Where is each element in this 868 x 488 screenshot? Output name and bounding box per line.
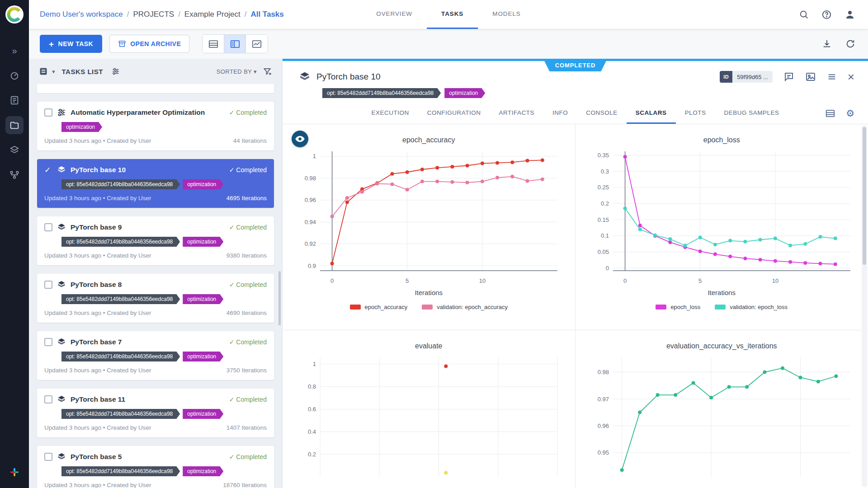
nav-tab-overview[interactable]: OVERVIEW <box>362 0 427 29</box>
clearml-logo[interactable] <box>5 0 24 29</box>
open-archive-button[interactable]: OPEN ARCHIVE <box>109 35 189 53</box>
task-tag[interactable]: opt: 85e5482ddd7149b8ba0446356eedca98 <box>61 179 180 189</box>
menu-icon[interactable] <box>827 72 837 82</box>
reports-icon[interactable] <box>5 91 24 109</box>
metrics-table-icon[interactable] <box>826 109 835 117</box>
task-card[interactable]: Automatic Hyperparameter Optimization✓ C… <box>37 102 274 150</box>
detail-tab-console[interactable]: CONSOLE <box>577 103 627 124</box>
svg-text:0.92: 0.92 <box>305 240 316 247</box>
detail-tab-debug-samples[interactable]: DEBUG SAMPLES <box>715 103 788 124</box>
chart-legend: epoch_accuracyvalidation: epoch_accuracy <box>350 303 508 310</box>
task-checkbox[interactable] <box>44 395 52 404</box>
task-tag[interactable]: optimization <box>183 237 223 247</box>
chart-plot[interactable]: 0.20.40.60.81 <box>288 353 569 488</box>
task-detail-panel: COMPLETED PyTorch base 10 ID 59f99d65 ..… <box>282 59 868 488</box>
chart-plot[interactable]: 0.950.960.970.98 <box>581 353 862 488</box>
nav-tab-tasks[interactable]: TASKS <box>427 0 478 29</box>
task-checkbox-checked[interactable]: ✓ <box>44 166 52 174</box>
task-tag[interactable]: opt: 85e5482ddd7149b8ba0446356eedca98 <box>61 466 180 476</box>
task-card-partial[interactable] <box>37 84 274 93</box>
task-tag[interactable]: optimization <box>183 466 223 476</box>
task-checkbox[interactable] <box>44 338 52 346</box>
detail-tab-execution[interactable]: EXECUTION <box>363 103 418 124</box>
tasks-scrollbar[interactable] <box>278 271 281 325</box>
datasets-icon[interactable] <box>5 141 24 159</box>
svg-text:5: 5 <box>698 277 702 284</box>
new-task-button[interactable]: + NEW TASK <box>40 35 102 53</box>
legend-item[interactable]: validation: epoch_loss <box>715 304 788 310</box>
svg-text:0.05: 0.05 <box>598 249 609 255</box>
svg-text:0.98: 0.98 <box>598 369 609 375</box>
task-checkbox[interactable] <box>44 281 52 289</box>
chart-plot[interactable]: 0.90.920.940.960.9810510 <box>288 147 569 289</box>
breadcrumb-projects[interactable]: PROJECTS <box>133 10 174 19</box>
task-tag[interactable]: opt: 85e5482ddd7149b8ba0446356eedca98 <box>61 237 180 247</box>
detail-tab-plots[interactable]: PLOTS <box>676 103 715 124</box>
task-card[interactable]: PyTorch base 9✓ Completedopt: 85e5482ddd… <box>37 216 274 265</box>
detail-tag[interactable]: opt: 85e5482ddd7149b8ba0446356eedca98 <box>322 88 441 98</box>
task-id-pill[interactable]: ID 59f99d65 ... <box>720 71 773 83</box>
detail-tag[interactable]: optimization <box>444 88 485 98</box>
select-dropdown-caret[interactable]: ▾ <box>52 68 55 75</box>
settings-gear-icon[interactable]: ⚙ <box>846 108 854 118</box>
breadcrumb: Demo User's workspace / PROJECTS / Examp… <box>29 10 284 19</box>
task-card[interactable]: ✓PyTorch base 10✓ Completedopt: 85e5482d… <box>37 159 274 208</box>
filter-icon[interactable] <box>263 67 272 76</box>
download-icon[interactable] <box>822 39 832 49</box>
close-icon[interactable]: × <box>848 71 854 83</box>
task-card[interactable]: PyTorch base 11✓ Completedopt: 85e5482dd… <box>37 389 274 437</box>
task-meta: Updated 3 hours ago • Created by User <box>44 310 151 316</box>
search-icon[interactable] <box>799 9 809 19</box>
task-tag[interactable]: opt: 85e5482ddd7149b8ba0446356eedca98 <box>61 409 180 419</box>
task-tags: opt: 85e5482ddd7149b8ba0446356eedca98opt… <box>61 236 267 247</box>
auto-refresh-icon[interactable] <box>845 39 855 49</box>
nav-tab-models[interactable]: MODELS <box>478 0 535 29</box>
chart-view-button[interactable] <box>246 35 268 53</box>
chart-plot[interactable]: 00.050.10.150.20.250.30.350510 <box>581 147 862 289</box>
task-tag[interactable]: opt: 85e5482ddd7149b8ba0446356eedca98 <box>61 294 180 304</box>
legend-item[interactable]: epoch_loss <box>656 304 700 310</box>
task-tag[interactable]: optimization <box>183 352 223 361</box>
task-checkbox[interactable] <box>44 453 52 461</box>
split-view-button[interactable] <box>224 35 246 53</box>
legend-item[interactable]: epoch_accuracy <box>350 304 408 310</box>
detail-scrollbar[interactable] <box>862 125 867 487</box>
detail-tab-configuration[interactable]: CONFIGURATION <box>418 103 490 124</box>
hide-show-eye-button[interactable] <box>292 131 308 147</box>
image-icon[interactable] <box>805 71 816 82</box>
detail-tab-scalars[interactable]: SCALARS <box>627 103 676 124</box>
view-toggle-group <box>202 34 268 53</box>
task-tag[interactable]: optimization <box>183 179 223 189</box>
dashboard-icon[interactable] <box>5 66 24 84</box>
task-card[interactable]: PyTorch base 8✓ Completedopt: 85e5482ddd… <box>37 274 274 323</box>
comment-icon[interactable] <box>783 71 794 82</box>
slack-icon[interactable] <box>9 467 19 479</box>
select-all-checkbox[interactable] <box>39 67 48 76</box>
task-tag[interactable]: optimization <box>61 122 102 132</box>
sorted-by-dropdown[interactable]: SORTED BY ▾ <box>217 68 257 75</box>
projects-icon[interactable] <box>5 116 24 134</box>
legend-item[interactable]: validation: epoch_accuracy <box>422 304 508 310</box>
detail-scrollbar-thumb[interactable] <box>863 127 866 265</box>
task-tag[interactable]: optimization <box>183 409 223 419</box>
task-tag[interactable]: optimization <box>183 294 223 304</box>
pipelines-icon[interactable] <box>5 166 24 184</box>
breadcrumb-all-tasks[interactable]: All Tasks <box>250 10 283 19</box>
tune-columns-icon[interactable] <box>112 67 120 75</box>
archive-icon <box>118 40 126 48</box>
task-card[interactable]: PyTorch base 5✓ Completedopt: 85e5482ddd… <box>37 446 274 488</box>
task-checkbox[interactable] <box>44 223 52 231</box>
detail-tab-info[interactable]: INFO <box>543 103 577 124</box>
help-icon[interactable] <box>821 9 832 20</box>
detail-tab-artifacts[interactable]: ARTIFACTS <box>490 103 544 124</box>
svg-text:0.4: 0.4 <box>308 428 316 435</box>
sidebar-expand-icon[interactable]: » <box>5 42 24 60</box>
table-view-button[interactable] <box>203 35 224 53</box>
task-tag[interactable]: opt: 85e5482ddd7149b8ba0446356eedca98 <box>61 352 180 361</box>
legend-label: validation: epoch_loss <box>730 304 788 310</box>
breadcrumb-project[interactable]: Example Project <box>184 10 241 19</box>
avatar[interactable] <box>844 9 855 20</box>
task-checkbox[interactable] <box>44 108 52 117</box>
breadcrumb-workspace[interactable]: Demo User's workspace <box>40 10 123 19</box>
task-card[interactable]: PyTorch base 7✓ Completedopt: 85e5482ddd… <box>37 331 274 380</box>
